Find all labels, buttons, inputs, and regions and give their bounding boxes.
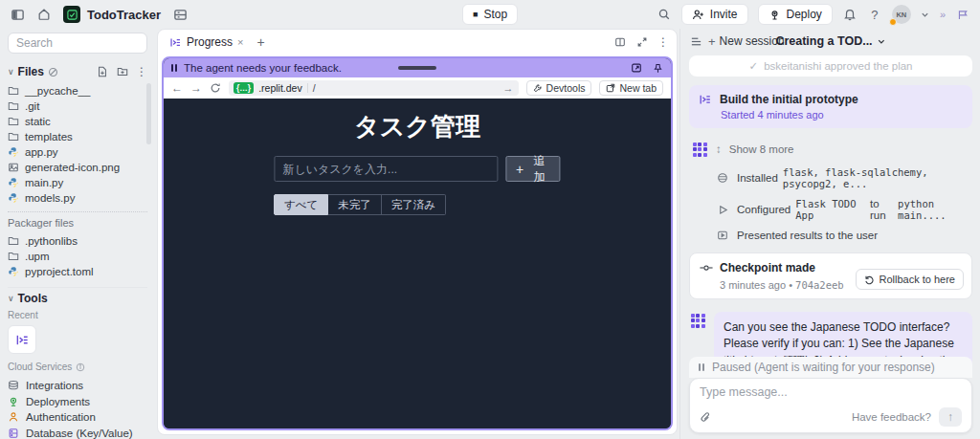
attach-paperclip-icon[interactable] xyxy=(700,411,711,424)
account-chevron-icon[interactable] xyxy=(921,7,930,22)
open-new-tab-button[interactable]: New tab xyxy=(599,80,663,96)
expand-pane-icon[interactable] xyxy=(635,36,648,49)
search-icon[interactable] xyxy=(657,7,672,22)
activity-text: Presented results to the user xyxy=(737,230,878,241)
file-name: app.py xyxy=(25,146,58,158)
message-input[interactable] xyxy=(700,385,962,399)
invite-button[interactable]: Invite xyxy=(681,4,748,25)
url-go-icon[interactable]: → xyxy=(503,82,514,94)
activity-configured-row[interactable]: Configured Flask TODO App to run python … xyxy=(716,198,972,221)
devtools-icon xyxy=(533,83,543,93)
drag-handle[interactable] xyxy=(398,66,436,70)
url-path: / xyxy=(313,82,316,94)
filter-all-button[interactable]: すべて xyxy=(274,194,328,215)
browser-refresh-icon[interactable] xyxy=(210,82,221,94)
rollback-icon xyxy=(864,274,875,285)
tools-section-header[interactable]: ∨ Tools xyxy=(8,287,147,302)
new-folder-icon[interactable] xyxy=(116,65,128,77)
account-menu[interactable]: KN xyxy=(892,5,911,24)
service-item-authentication[interactable]: Authentication xyxy=(8,409,147,426)
database-icon xyxy=(8,428,19,439)
file-name: templates xyxy=(25,131,73,143)
filter-completed-button[interactable]: 完了済み xyxy=(382,194,446,215)
service-item-deployments[interactable]: Deployments xyxy=(8,394,147,410)
file-row[interactable]: .upm xyxy=(8,249,147,264)
files-menu-kebab-icon[interactable]: ⋮ xyxy=(136,65,147,78)
file-row[interactable]: models.py xyxy=(8,190,147,206)
url-host: .replit.dev xyxy=(258,82,302,94)
message-composer: Have feedback? ↑ xyxy=(689,378,972,433)
new-file-icon[interactable] xyxy=(96,65,108,77)
new-session-button[interactable]: + New session xyxy=(708,34,785,49)
add-task-button[interactable]: + 追加 xyxy=(505,156,560,182)
file-row[interactable]: templates xyxy=(8,129,147,144)
chat-scroll-area[interactable]: ✓ bskeitanishi approved the plan Build t… xyxy=(689,55,972,368)
activity-text: Configured xyxy=(737,204,791,215)
checkpoint-time: 3 minutes ago • xyxy=(720,279,792,291)
file-row[interactable]: generated-icon.png xyxy=(8,160,147,175)
service-item-database[interactable]: Database (Key/Value) xyxy=(8,426,147,439)
new-session-label: New session xyxy=(720,34,785,48)
file-row[interactable]: .pythonlibs xyxy=(8,233,147,249)
file-tree-scrollbar[interactable] xyxy=(146,83,151,144)
cloud-services-label-row: Cloud Services xyxy=(8,362,147,372)
panel-resize-divider[interactable] xyxy=(679,29,680,439)
file-tree: __pycache__ .git static templates app.py… xyxy=(8,83,147,279)
help-icon[interactable]: ? xyxy=(867,7,882,22)
activity-installed-row[interactable]: Installed flask, flask-sqlalchemy, psyco… xyxy=(716,166,972,189)
session-list-icon[interactable] xyxy=(689,34,702,48)
prototype-started-link[interactable]: Started 4 minutes ago xyxy=(721,109,963,121)
split-pane-icon[interactable] xyxy=(613,36,626,49)
progress-pane: Progress × + ⋮ The agent needs your feed… xyxy=(157,29,678,435)
session-title-dropdown[interactable]: Creating a TOD... xyxy=(775,34,885,48)
layout-icon[interactable] xyxy=(172,7,188,22)
pane-menu-kebab-icon[interactable]: ⋮ xyxy=(657,35,669,49)
service-item-integrations[interactable]: Integrations xyxy=(8,378,147,394)
divider xyxy=(8,211,147,212)
show-more-row[interactable]: ↕ Show 8 more xyxy=(691,141,972,158)
info-icon[interactable] xyxy=(76,362,85,372)
file-name: __pycache__ xyxy=(25,85,90,97)
pin-icon[interactable] xyxy=(652,62,663,74)
filter-incomplete-button[interactable]: 未完了 xyxy=(328,194,382,215)
new-tab-plus-icon[interactable]: + xyxy=(253,34,268,50)
tab-progress[interactable]: Progress × xyxy=(166,31,247,54)
stop-button[interactable]: ■ Stop xyxy=(462,4,518,25)
file-row[interactable]: __pycache__ xyxy=(8,83,147,99)
devtools-button[interactable]: Devtools xyxy=(526,80,592,96)
invite-person-icon xyxy=(692,9,704,21)
browser-toolbar: ← → {…} .replit.dev / → Devtools xyxy=(164,77,671,99)
file-row[interactable]: main.py xyxy=(8,175,147,190)
open-in-window-icon[interactable] xyxy=(631,62,642,74)
hide-hidden-files-icon[interactable] xyxy=(48,66,59,77)
new-task-input[interactable] xyxy=(274,156,498,182)
file-row[interactable]: app.py xyxy=(8,144,147,160)
comments-flag-icon[interactable] xyxy=(955,7,970,22)
close-tab-icon[interactable]: × xyxy=(237,36,243,48)
notifications-bell-icon[interactable] xyxy=(842,7,858,22)
folder-icon xyxy=(8,251,19,262)
browser-back-icon[interactable]: ← xyxy=(171,82,183,94)
activity-presented-row[interactable]: Presented results to the user xyxy=(716,230,972,241)
collapse-chat-icon[interactable]: » xyxy=(940,9,946,20)
file-row[interactable]: static xyxy=(8,114,147,129)
prototype-task-card[interactable]: Build the initial prototype Started 4 mi… xyxy=(689,85,972,128)
rollback-button[interactable]: Rollback to here xyxy=(856,269,965,290)
files-section-header[interactable]: ∨ Files ⋮ xyxy=(8,64,147,79)
have-feedback-link[interactable]: Have feedback? xyxy=(852,411,931,423)
browser-forward-icon[interactable]: → xyxy=(190,82,202,94)
package-icon xyxy=(716,172,729,184)
task-filter-group: すべて 未完了 完了済み xyxy=(274,194,446,215)
project-switcher[interactable]: TodoTracker xyxy=(63,6,161,23)
send-message-button[interactable]: ↑ xyxy=(939,407,962,427)
sidebar-toggle-icon[interactable] xyxy=(10,7,25,22)
up-arrow-icon: ↑ xyxy=(947,410,953,424)
deploy-button[interactable]: Deploy xyxy=(758,4,833,25)
url-bar[interactable]: {…} .replit.dev / → xyxy=(229,80,519,96)
recent-agent-tool[interactable] xyxy=(8,325,36,354)
search-input[interactable] xyxy=(8,33,147,54)
file-row[interactable]: pyproject.toml xyxy=(8,264,147,279)
file-row[interactable]: .git xyxy=(8,99,147,114)
pause-icon xyxy=(171,64,177,72)
home-icon[interactable] xyxy=(36,7,52,22)
